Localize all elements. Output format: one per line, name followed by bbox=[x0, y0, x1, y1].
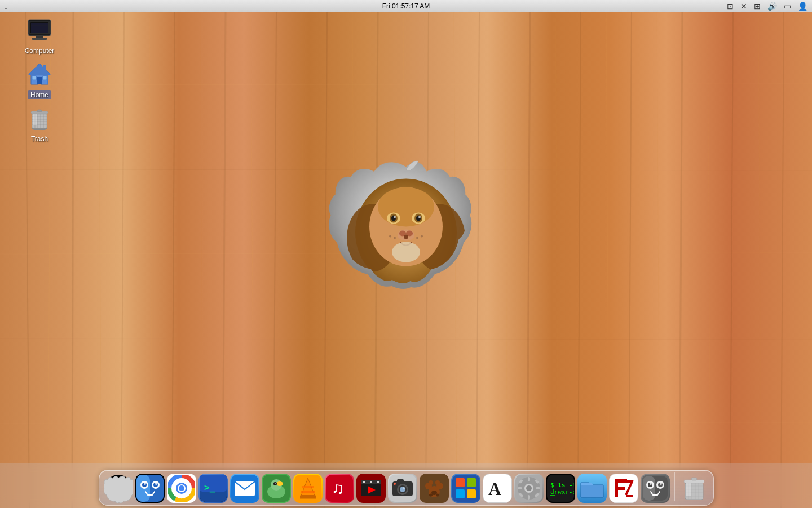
menubar-right: ⊡ ✕ ⊞ 🔊 ▭ 👤 bbox=[727, 2, 807, 11]
dock-item-folder[interactable] bbox=[577, 474, 607, 503]
dock-chrome-icon bbox=[167, 474, 196, 503]
computer-desktop-icon[interactable]: Computer bbox=[17, 17, 62, 55]
dock-item-apple[interactable] bbox=[104, 474, 133, 503]
dock-item-xchat[interactable] bbox=[262, 474, 291, 503]
svg-rect-124 bbox=[363, 481, 365, 483]
user-icon[interactable]: 👤 bbox=[798, 2, 807, 11]
svg-point-85 bbox=[416, 237, 418, 239]
dock-apple-icon bbox=[104, 474, 133, 503]
dock-gimp-icon bbox=[420, 474, 449, 503]
svg-rect-116 bbox=[300, 495, 316, 498]
dock: >_ bbox=[0, 463, 812, 508]
trash-desktop-icon[interactable]: Trash bbox=[17, 105, 62, 143]
dock-wine-icon bbox=[451, 474, 480, 503]
dock-item-dvd[interactable] bbox=[356, 474, 386, 503]
dock-item-itunes[interactable]: ♫ bbox=[325, 474, 354, 503]
dock-swift-icon: >_ bbox=[198, 474, 228, 503]
menubar-left:  bbox=[5, 1, 8, 11]
svg-text:drwxr-x: drwxr-x bbox=[550, 488, 574, 496]
svg-rect-48 bbox=[32, 76, 36, 80]
dock-item-terminal[interactable]: $ ls -la drwxr-x bbox=[546, 474, 575, 503]
screen-resize-icon[interactable]: ⊡ bbox=[727, 2, 734, 11]
dock-inner: >_ bbox=[99, 470, 714, 506]
svg-rect-126 bbox=[370, 481, 372, 483]
dock-sysprefs-icon bbox=[514, 474, 544, 503]
home-icon-label: Home bbox=[28, 90, 51, 99]
dock-item-trash[interactable] bbox=[679, 474, 709, 503]
dock-item-sysprefs[interactable] bbox=[514, 474, 544, 503]
dock-item-chrome[interactable] bbox=[167, 474, 196, 503]
dock-item-gimp[interactable] bbox=[420, 474, 449, 503]
display-icon[interactable]: ⊞ bbox=[754, 2, 761, 11]
dock-item-filezilla[interactable] bbox=[609, 474, 638, 503]
svg-line-4 bbox=[72, 12, 73, 508]
svg-point-142 bbox=[429, 480, 433, 485]
svg-point-69 bbox=[378, 187, 434, 227]
svg-marker-46 bbox=[28, 64, 51, 75]
svg-point-135 bbox=[400, 487, 405, 492]
home-svg bbox=[27, 62, 52, 87]
dock-item-migration[interactable] bbox=[641, 474, 670, 503]
dock-mail-icon bbox=[230, 474, 259, 503]
dock-item-fontbook[interactable]: A bbox=[483, 474, 512, 503]
svg-rect-161 bbox=[536, 487, 540, 489]
monitor-svg bbox=[27, 17, 52, 43]
svg-point-84 bbox=[389, 235, 391, 238]
svg-point-76 bbox=[394, 216, 396, 218]
svg-point-96 bbox=[155, 483, 157, 485]
close-window-icon[interactable]: ✕ bbox=[740, 2, 747, 11]
home-desktop-icon[interactable]: Home bbox=[17, 61, 62, 99]
dock-folder-icon bbox=[577, 474, 607, 503]
svg-rect-49 bbox=[43, 76, 47, 80]
svg-text:♫: ♫ bbox=[332, 479, 345, 497]
svg-rect-160 bbox=[518, 487, 522, 489]
computer-icon-image bbox=[26, 17, 53, 44]
svg-rect-117 bbox=[301, 491, 315, 493]
apple-menu[interactable]:  bbox=[5, 1, 8, 11]
svg-point-86 bbox=[421, 235, 423, 238]
dock-item-swift[interactable]: >_ bbox=[198, 474, 228, 503]
svg-rect-43 bbox=[31, 23, 48, 33]
svg-rect-41 bbox=[36, 36, 43, 38]
svg-point-146 bbox=[436, 494, 439, 497]
apple-lion-logo bbox=[321, 159, 491, 342]
volume-icon[interactable]: 🔊 bbox=[767, 2, 777, 11]
svg-point-184 bbox=[650, 483, 652, 485]
svg-rect-63 bbox=[37, 110, 42, 112]
svg-rect-176 bbox=[626, 495, 633, 497]
svg-point-185 bbox=[660, 483, 662, 485]
clock: Fri 01:57:17 AM bbox=[382, 2, 430, 10]
display2-icon[interactable]: ▭ bbox=[784, 2, 791, 11]
dock-item-finder[interactable] bbox=[135, 474, 165, 503]
svg-point-136 bbox=[403, 487, 405, 489]
svg-rect-42 bbox=[32, 38, 47, 40]
svg-point-110 bbox=[276, 481, 283, 486]
svg-rect-159 bbox=[528, 495, 530, 500]
svg-point-143 bbox=[435, 480, 440, 485]
desktop-icons: Computer Home bbox=[17, 17, 62, 143]
svg-rect-149 bbox=[467, 478, 476, 487]
dock-item-vlc[interactable] bbox=[293, 474, 323, 503]
dock-terminal-icon: $ ls -la drwxr-x bbox=[546, 474, 575, 503]
svg-rect-64 bbox=[33, 114, 37, 125]
dock-item-mail[interactable] bbox=[230, 474, 259, 503]
trash-svg bbox=[27, 106, 52, 132]
dock-migration-icon bbox=[641, 474, 670, 503]
svg-rect-169 bbox=[550, 495, 555, 496]
trash-icon-label: Trash bbox=[29, 134, 50, 143]
svg-point-112 bbox=[275, 483, 276, 484]
svg-point-81 bbox=[404, 235, 408, 239]
svg-point-137 bbox=[394, 483, 396, 485]
svg-rect-173 bbox=[615, 487, 625, 490]
dock-item-wine[interactable] bbox=[451, 474, 480, 503]
dock-itunes-icon: ♫ bbox=[325, 474, 354, 503]
svg-rect-47 bbox=[37, 77, 42, 84]
svg-point-111 bbox=[273, 482, 277, 485]
svg-point-100 bbox=[179, 485, 184, 491]
svg-point-82 bbox=[392, 242, 420, 262]
dock-separator bbox=[674, 472, 675, 501]
computer-icon-label: Computer bbox=[23, 46, 57, 55]
svg-rect-197 bbox=[686, 483, 691, 496]
svg-rect-158 bbox=[528, 477, 530, 481]
dock-item-iphoto[interactable] bbox=[388, 474, 417, 503]
